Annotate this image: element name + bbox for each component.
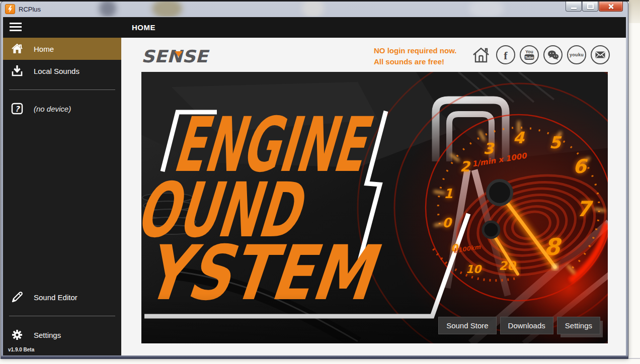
wechat-icon[interactable] <box>543 45 563 64</box>
app-version: v1.9.0 Beta <box>3 346 121 355</box>
promo-line2: All sounds are free! <box>374 56 456 67</box>
svg-text:Tube: Tube <box>525 55 533 60</box>
question-icon: ? <box>11 102 24 115</box>
fuel-number: 10 <box>466 263 483 276</box>
gauge-number: 4 <box>513 128 525 147</box>
sidebar-divider <box>9 316 115 316</box>
hero-banner: ENGINE OUND YSTEM 0 1 2 3 4 5 6 7 8 <box>141 72 608 343</box>
minimize-icon <box>571 8 577 9</box>
sidebar-item-label: (no device) <box>34 105 71 113</box>
close-icon <box>608 4 614 10</box>
desktop-blur-decoration <box>152 2 182 17</box>
sidebar-item-sound-editor[interactable]: Sound Editor <box>3 286 121 308</box>
svg-text:You: You <box>525 49 533 54</box>
gauge-number: 7 <box>576 197 593 221</box>
lightning-icon <box>5 4 15 14</box>
needle-hub-small <box>483 222 499 238</box>
sidebar-spacer <box>3 120 121 286</box>
page-title: HOME <box>132 23 155 32</box>
sidebar-item-label: Settings <box>34 331 61 339</box>
settings-button[interactable]: Settings <box>557 317 600 334</box>
maximize-button[interactable] <box>582 2 598 12</box>
window-title: RCPlus <box>19 6 41 13</box>
promo-line1: NO login required now. <box>374 45 456 56</box>
sidebar-item-label: Local Sounds <box>34 67 79 75</box>
desktop-blur-decoration <box>99 2 116 17</box>
facebook-icon[interactable]: f <box>496 45 515 64</box>
screen-top-edge <box>0 0 629 2</box>
app-header: HOME <box>3 17 626 38</box>
sidebar-item-label: Sound Editor <box>34 293 77 302</box>
menu-button[interactable] <box>10 23 22 32</box>
home-link-icon[interactable] <box>471 46 491 64</box>
youku-icon[interactable]: youku <box>567 45 586 64</box>
sidebar-divider <box>9 89 115 90</box>
window-titlebar[interactable]: RCPlus <box>1 2 628 17</box>
desktop-blur-decoration <box>469 2 504 17</box>
gauge-number: 1 <box>444 186 453 201</box>
gauge-number: 0 <box>442 215 453 230</box>
sidebar-item-label: Home <box>34 45 54 53</box>
promo-text: NO login required now. All sounds are fr… <box>374 45 456 67</box>
close-button[interactable] <box>599 2 623 12</box>
brand-logo-text: SENSE <box>141 48 210 66</box>
gauge-number: 5 <box>549 133 562 152</box>
desktop-background <box>629 0 640 23</box>
home-icon <box>11 42 24 55</box>
brand-logo: SENSE <box>141 48 217 68</box>
gauge-number: 2 <box>460 158 471 175</box>
minimize-button[interactable] <box>566 2 582 12</box>
social-links: f You Tube <box>471 45 610 64</box>
maximize-icon <box>587 4 594 9</box>
gauge-number: 3 <box>484 140 495 157</box>
sidebar-item-home[interactable]: Home <box>3 38 121 60</box>
sidebar-item-local-sounds[interactable]: Local Sounds <box>3 60 121 82</box>
svg-text:?: ? <box>15 105 21 114</box>
needle-hub <box>488 180 512 205</box>
sidebar-item-settings[interactable]: Settings <box>3 324 121 346</box>
downloads-button[interactable]: Downloads <box>500 317 553 334</box>
gauge-number: 6 <box>573 155 588 177</box>
app-window: RCPlus HOME Home <box>1 1 628 359</box>
engine-banner-graphic: ENGINE OUND YSTEM 0 1 2 3 4 5 6 7 8 <box>141 72 608 343</box>
email-icon[interactable] <box>591 45 610 64</box>
desktop-blur-decoration <box>302 2 324 17</box>
youtube-icon[interactable]: You Tube <box>520 45 539 64</box>
download-icon <box>11 64 24 77</box>
banner-button-row: Sound Store Downloads Settings <box>438 317 600 334</box>
pencil-icon <box>11 291 24 304</box>
sound-store-button[interactable]: Sound Store <box>438 317 496 334</box>
gear-icon <box>11 328 24 341</box>
sidebar-item-no-device[interactable]: ? (no device) <box>3 98 121 120</box>
main-content: SENSE NO login required now. All sounds … <box>121 38 626 355</box>
sidebar: Home Local Sounds ? (no dev <box>3 38 121 355</box>
